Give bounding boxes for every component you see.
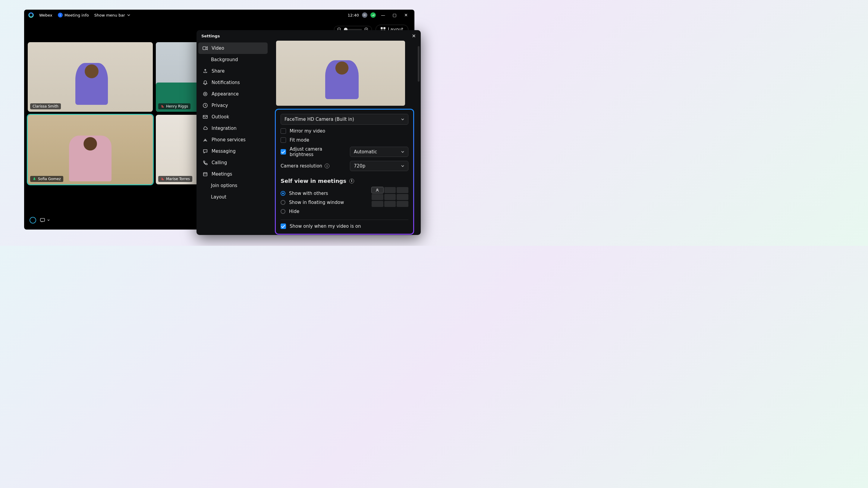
info-icon: i (58, 13, 63, 18)
info-icon[interactable]: i (324, 164, 330, 168)
titlebar: Webex i Meeting info Show menu bar 12:40… (24, 10, 414, 21)
selfview-heading: Self view in meetings i (281, 178, 408, 184)
selfview-slot-7[interactable] (372, 201, 383, 207)
selfview-slot-5[interactable] (384, 194, 396, 200)
mirror-video-checkbox[interactable]: Mirror my video (281, 128, 408, 134)
svg-rect-3 (34, 177, 35, 180)
svg-rect-12 (204, 173, 207, 176)
nav-video[interactable]: Video (198, 42, 268, 54)
nav-notifications[interactable]: Notifications (198, 77, 268, 88)
camera-icon (203, 45, 208, 51)
participant-name-pill: Marise Torres (158, 176, 192, 182)
selfview-slot-1[interactable] (372, 187, 383, 193)
selfview-slot-8[interactable] (384, 201, 396, 207)
nav-outlook[interactable]: Outlook (198, 111, 268, 123)
messaging-icon (203, 149, 208, 154)
mic-muted-icon (161, 177, 164, 181)
chevron-down-icon (401, 118, 404, 121)
selfview-position-grid[interactable] (372, 187, 408, 207)
selfview-slot-4[interactable] (372, 194, 383, 200)
person-icon (375, 188, 379, 192)
selfview-hide-radio[interactable]: Hide (281, 209, 366, 214)
svg-rect-4 (40, 218, 44, 221)
maximize-button[interactable]: ▢ (390, 13, 399, 18)
chat-button[interactable] (40, 218, 50, 223)
scrollbar[interactable] (418, 46, 420, 82)
camera-select[interactable]: FaceTime HD Camera (Built in) (281, 114, 408, 125)
nav-share[interactable]: Share (198, 65, 268, 77)
clock: 12:40 (348, 13, 359, 18)
nav-background[interactable]: Background (198, 54, 268, 65)
phone-icon (203, 160, 208, 165)
settings-title: Settings (201, 34, 220, 38)
bell-icon (203, 80, 208, 85)
nav-phone[interactable]: Phone services (198, 134, 268, 145)
brightness-checkbox[interactable]: Adjust camera brightness (281, 147, 345, 157)
brightness-mode-select[interactable]: Automatic (350, 147, 408, 157)
outlook-icon (203, 114, 208, 120)
nav-meetings[interactable]: Meetings (198, 168, 268, 180)
video-feed (276, 41, 405, 106)
meeting-info-button[interactable]: i Meeting info (58, 13, 89, 18)
participant-name-pill: Henry Riggs (158, 103, 190, 109)
nav-messaging[interactable]: Messaging (198, 145, 268, 157)
video-tile-clarissa[interactable]: Clarissa Smith (28, 42, 153, 112)
selfview-with-others-radio[interactable]: Show with others (281, 191, 366, 196)
nav-integration[interactable]: Integration (198, 123, 268, 134)
checkbox-icon (281, 149, 286, 155)
video-tile-sofia[interactable]: Sofia Gomez (28, 115, 153, 184)
camera-preview (276, 41, 405, 106)
participant-name-pill: Sofia Gomez (30, 176, 63, 182)
appearance-icon (203, 91, 208, 97)
svg-point-0 (364, 14, 365, 16)
webex-logo-icon (28, 12, 34, 18)
settings-content: FaceTime HD Camera (Built in) Mirror my … (270, 41, 421, 235)
settings-close-button[interactable]: ✕ (412, 33, 416, 39)
calendar-icon (203, 171, 208, 177)
mic-on-icon (33, 177, 36, 181)
cloud-icon (203, 126, 208, 131)
camera-resolution-label: Camera resolution (281, 163, 322, 169)
privacy-icon (203, 103, 208, 108)
nav-layout[interactable]: Layout (198, 191, 268, 203)
info-icon[interactable]: i (349, 178, 354, 184)
selfview-slot-9[interactable] (397, 201, 408, 207)
close-button[interactable]: ✕ (402, 13, 410, 18)
app-name: Webex (39, 13, 53, 18)
chat-icon (40, 218, 45, 223)
phone-signal-icon (203, 137, 208, 142)
nav-join-options[interactable]: Join options (198, 180, 268, 191)
participant-name-pill: Clarissa Smith (30, 103, 61, 109)
nav-appearance[interactable]: Appearance (198, 88, 268, 100)
svg-rect-7 (203, 47, 206, 50)
network-indicator-icon[interactable] (370, 12, 376, 18)
settings-panel: Settings ✕ Video Background Share Notifi… (196, 30, 421, 235)
assistant-icon[interactable] (30, 217, 36, 224)
video-feed (28, 42, 153, 112)
resolution-select[interactable]: 720p (350, 161, 408, 171)
key-indicator-icon[interactable] (362, 12, 367, 18)
fit-mode-checkbox[interactable]: Fit mode (281, 137, 408, 143)
chevron-down-icon (47, 219, 50, 222)
selfview-slot-3[interactable] (397, 187, 408, 193)
minimize-button[interactable]: — (379, 13, 387, 18)
selfview-slot-6[interactable] (397, 194, 408, 200)
only-when-video-on-checkbox[interactable]: Show only when my video is on (281, 224, 408, 229)
show-menubar-button[interactable]: Show menu bar (94, 13, 130, 18)
divider (281, 220, 408, 220)
radio-icon (281, 200, 285, 205)
radio-icon (281, 191, 285, 196)
selfview-slot-2[interactable] (384, 187, 396, 193)
svg-point-9 (205, 93, 206, 95)
selfview-floating-radio[interactable]: Show in floating window (281, 200, 366, 205)
nav-privacy[interactable]: Privacy (198, 100, 268, 111)
chevron-down-icon (127, 13, 130, 17)
chevron-down-icon (401, 150, 404, 154)
nav-calling[interactable]: Calling (198, 157, 268, 168)
share-icon (203, 68, 208, 74)
radio-icon (281, 209, 285, 214)
svg-rect-11 (203, 116, 207, 119)
settings-nav: Video Background Share Notifications App… (196, 41, 270, 235)
checkbox-icon (281, 137, 286, 143)
chevron-down-icon (401, 164, 404, 168)
